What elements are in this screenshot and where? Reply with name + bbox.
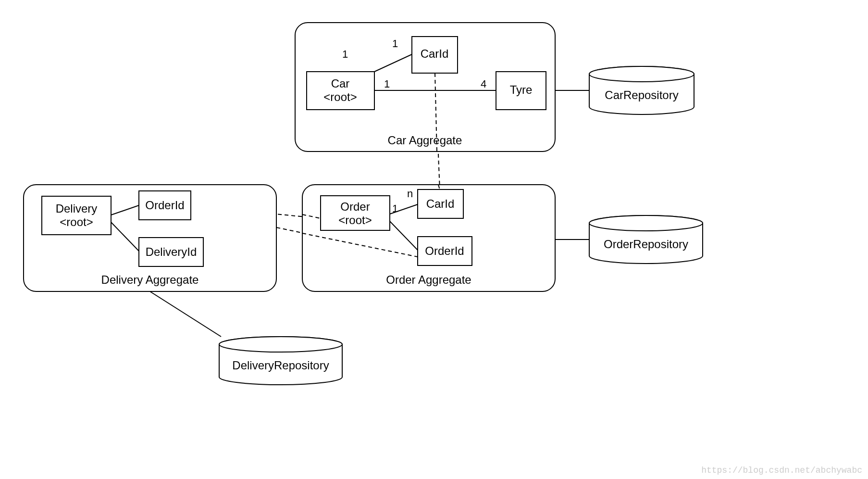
text-order-repository: OrderRepository (604, 238, 688, 251)
text-delivery-line2: <root> (60, 215, 93, 228)
svg-point-13 (589, 215, 703, 231)
text-car-line2: <root> (323, 90, 357, 103)
mult-car-carid-right: 1 (392, 38, 398, 50)
text-carid-order: CarId (426, 197, 455, 210)
text-carid-car: CarId (421, 47, 449, 60)
mult-car-tyre-right: 4 (481, 78, 486, 90)
mult-order-carid-right: n (407, 188, 413, 200)
text-orderid-delivery: OrderId (145, 199, 184, 212)
label-order-aggregate: Order Aggregate (386, 273, 471, 286)
text-order-line1: Order (340, 200, 370, 213)
text-tyre: Tyre (510, 83, 533, 96)
cylinder-delivery-repository: DeliveryRepository (219, 337, 342, 385)
mult-order-carid-left: 1 (392, 202, 398, 214)
line-delivery-agg-to-repo (150, 291, 221, 337)
text-order-line2: <root> (338, 214, 372, 227)
text-deliveryid-delivery: DeliveryId (146, 245, 197, 258)
text-car-line1: Car (331, 77, 350, 90)
svg-point-15 (219, 337, 342, 352)
watermark-text: https://blog.csdn.net/abchywabc (701, 466, 862, 475)
cylinder-order-repository: OrderRepository (589, 215, 703, 264)
mult-car-carid-left: 1 (342, 48, 348, 60)
label-car-aggregate: Car Aggregate (388, 134, 462, 147)
cylinder-car-repository: CarRepository (589, 66, 694, 114)
mult-car-tyre-left: 1 (384, 78, 390, 90)
text-orderid-order: OrderId (425, 244, 464, 257)
svg-point-11 (589, 66, 694, 82)
text-car-repository: CarRepository (605, 88, 678, 101)
text-delivery-line1: Delivery (56, 202, 98, 215)
label-delivery-aggregate: Delivery Aggregate (101, 273, 199, 286)
text-delivery-repository: DeliveryRepository (232, 359, 329, 372)
